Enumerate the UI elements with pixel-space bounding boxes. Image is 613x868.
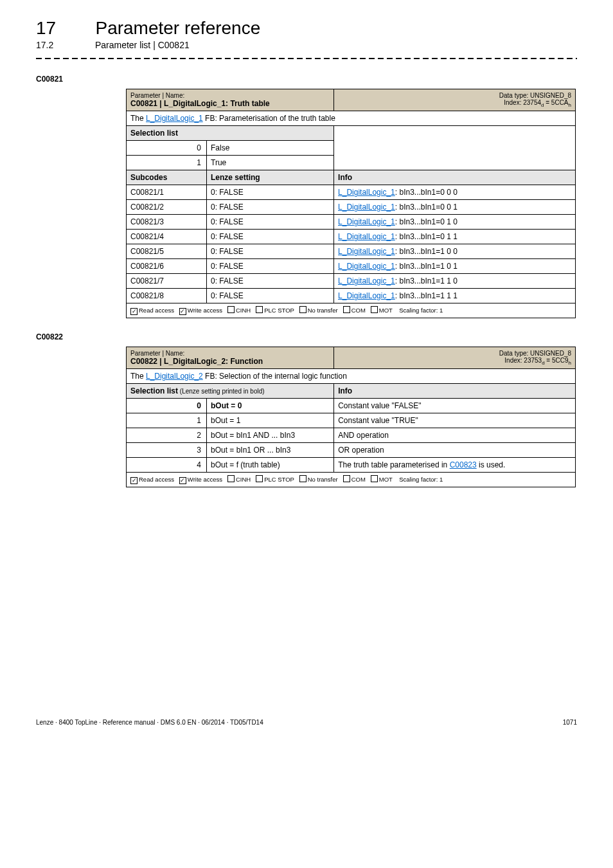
table-row: 0bOut = 0Constant value "FALSE" <box>127 399 576 413</box>
table-c00821: Parameter | Name: C00821 | L_DigitalLogi… <box>126 89 576 318</box>
table-row: C00821/80: FALSEL_DigitalLogic_1: bIn3..… <box>127 289 576 303</box>
link-digitallogic-1[interactable]: L_DigitalLogic_1 <box>338 232 395 241</box>
link-digitallogic-1[interactable]: L_DigitalLogic_1 <box>338 291 395 300</box>
section-title: Parameter list | C00821 <box>95 40 190 50</box>
footer-left: Lenze · 8400 TopLine · Reference manual … <box>36 719 263 726</box>
table-row: C00821/30: FALSEL_DigitalLogic_1: bIn3..… <box>127 215 576 230</box>
link-digitallogic-1[interactable]: L_DigitalLogic_1 <box>338 262 395 271</box>
param-name-label: Parameter | Name: <box>130 92 270 99</box>
data-index: Index: 23753d = 5CC9h <box>338 357 571 366</box>
page-number: 1071 <box>563 719 577 726</box>
table-c00822: Parameter | Name: C00822 | L_DigitalLogi… <box>126 347 576 487</box>
link-digitallogic-1[interactable]: L_DigitalLogic_1 <box>146 114 203 123</box>
col-lenze-setting: Lenze setting <box>207 170 334 185</box>
link-digitallogic-1[interactable]: L_DigitalLogic_1 <box>338 217 395 226</box>
table-row: 2bOut = bIn1 AND ... bIn3AND operation <box>127 428 576 443</box>
param-name-label: Parameter | Name: <box>130 350 263 357</box>
table-row: C00821/60: FALSEL_DigitalLogic_1: bIn3..… <box>127 259 576 274</box>
data-index: Index: 23754d = 5CCAh <box>338 99 571 108</box>
data-type: Data type: UNSIGNED_8 <box>338 350 571 357</box>
link-digitallogic-1[interactable]: L_DigitalLogic_1 <box>338 188 395 197</box>
table-row: C00821/20: FALSEL_DigitalLogic_1: bIn3..… <box>127 200 576 215</box>
param-description: The L_DigitalLogic_1 FB: Parameterisatio… <box>127 111 576 126</box>
section-number: 17.2 <box>36 40 93 50</box>
selection-list-header: Selection list <box>127 126 334 141</box>
access-footer: ✓Read access ✓Write access CINH PLC STOP… <box>127 473 576 487</box>
param-name-value: C00822 | L_DigitalLogic_2: Function <box>130 357 263 366</box>
table-row: 3bOut = bIn1 OR ... bIn3OR operation <box>127 443 576 458</box>
chapter-number: 17 <box>36 18 93 39</box>
col-selection-list: Selection list (Lenze setting printed in… <box>127 384 334 399</box>
table-row: C00821/70: FALSEL_DigitalLogic_1: bIn3..… <box>127 274 576 289</box>
link-digitallogic-2[interactable]: L_DigitalLogic_2 <box>146 372 203 381</box>
data-type: Data type: UNSIGNED_8 <box>338 92 571 99</box>
link-c00823[interactable]: C00823 <box>450 460 477 469</box>
param-id-c00822: C00822 <box>36 332 577 341</box>
table-row: 4bOut = f (truth table)The truth table p… <box>127 458 576 473</box>
access-footer: ✓Read access ✓Write access CINH PLC STOP… <box>127 303 576 318</box>
col-info: Info <box>334 384 576 399</box>
col-info: Info <box>334 170 576 185</box>
chapter-title: Parameter reference <box>95 18 260 39</box>
divider <box>36 58 577 59</box>
param-id-c00821: C00821 <box>36 75 577 84</box>
param-name-value: C00821 | L_DigitalLogic_1: Truth table <box>130 99 270 108</box>
link-digitallogic-1[interactable]: L_DigitalLogic_1 <box>338 203 395 212</box>
link-digitallogic-1[interactable]: L_DigitalLogic_1 <box>338 276 395 285</box>
col-subcodes: Subcodes <box>127 170 207 185</box>
table-row: 1bOut = 1Constant value "TRUE" <box>127 413 576 428</box>
table-row: C00821/40: FALSEL_DigitalLogic_1: bIn3..… <box>127 230 576 244</box>
table-row: C00821/50: FALSEL_DigitalLogic_1: bIn3..… <box>127 244 576 259</box>
table-row: C00821/10: FALSEL_DigitalLogic_1: bIn3..… <box>127 185 576 200</box>
link-digitallogic-1[interactable]: L_DigitalLogic_1 <box>338 247 395 256</box>
param-description: The L_DigitalLogic_2 FB: Selection of th… <box>127 369 576 384</box>
